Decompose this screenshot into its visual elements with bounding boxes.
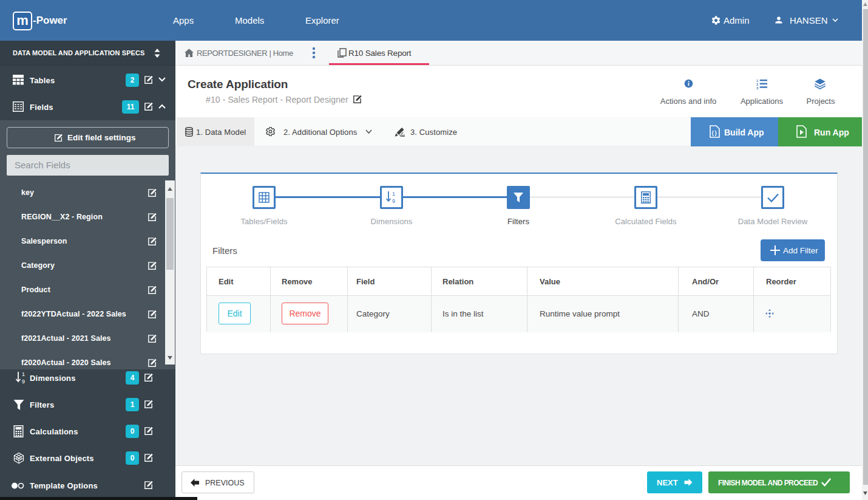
svg-text:9: 9 xyxy=(22,378,25,385)
svg-text:{ }: { } xyxy=(711,130,717,136)
svg-text:1: 1 xyxy=(22,371,25,377)
svg-text:9: 9 xyxy=(392,198,395,204)
svg-text:3: 3 xyxy=(756,86,758,89)
svg-text:1: 1 xyxy=(392,191,395,197)
